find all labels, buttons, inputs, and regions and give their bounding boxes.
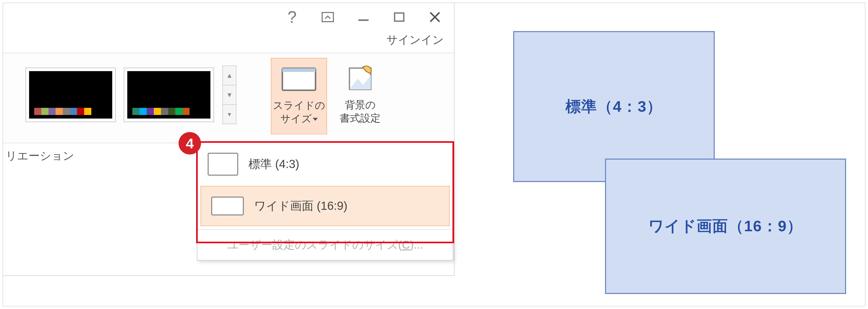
menu-item-label: 標準 (4:3) — [248, 156, 299, 172]
variant-thumb-2[interactable] — [124, 68, 214, 122]
shape-label: 標準（4：3） — [565, 96, 663, 117]
svg-rect-0 — [322, 12, 333, 22]
variants-gallery[interactable]: ▲ ▼ ▾ — [26, 62, 258, 128]
chevron-down-icon — [313, 118, 318, 121]
variants-group-label: リエーション — [6, 148, 74, 163]
aspect-4-3-icon — [208, 153, 238, 176]
svg-rect-2 — [395, 13, 404, 21]
menu-item-label: ワイド画面 (16:9) — [254, 198, 347, 214]
shape-label: ワイド画面（16：9） — [648, 216, 803, 237]
variant-thumb-1[interactable] — [26, 68, 115, 122]
close-icon[interactable] — [426, 8, 444, 26]
variant-palette-2 — [132, 108, 189, 115]
ribbon-collapse-icon[interactable] — [319, 8, 337, 26]
callout-marker-4: 4 — [179, 132, 201, 154]
powerpoint-window: ? サインイン — [3, 3, 455, 276]
slide-size-icon — [271, 61, 327, 97]
slide-size-dropdown: 標準 (4:3) ワイド画面 (16:9) ユーザー設定のスライドのサイズ(C)… — [197, 142, 453, 260]
minimize-icon[interactable] — [354, 8, 372, 26]
variant-palette-1 — [34, 108, 91, 115]
gallery-scroll-up-icon[interactable]: ▲ — [223, 66, 236, 85]
gallery-spinner[interactable]: ▲ ▼ ▾ — [222, 65, 237, 124]
gallery-scroll-down-icon[interactable]: ▼ — [223, 85, 236, 105]
slide-size-button[interactable]: スライドの サイズ — [271, 58, 327, 134]
figure-frame: ? サインイン — [3, 3, 865, 306]
aspect-ratio-diagram: 標準（4：3） ワイド画面（16：9） — [510, 31, 847, 286]
signin-link[interactable]: サインイン — [386, 32, 444, 48]
format-background-button[interactable]: 背景の 書式設定 — [332, 58, 388, 134]
format-background-icon — [332, 61, 388, 97]
shape-widescreen-16-9: ワイド画面（16：9） — [605, 159, 846, 294]
gallery-expand-icon[interactable]: ▾ — [223, 105, 236, 124]
restore-icon[interactable] — [390, 8, 408, 26]
menu-item-custom-slide-size[interactable]: ユーザー設定のスライドのサイズ(C)... — [197, 229, 453, 260]
menu-item-standard-4-3[interactable]: 標準 (4:3) — [197, 143, 453, 186]
title-bar-controls: ? — [283, 8, 444, 26]
menu-item-widescreen-16-9[interactable]: ワイド画面 (16:9) — [200, 186, 450, 226]
aspect-16-9-icon — [211, 196, 244, 215]
slide-size-label: スライドの サイズ — [271, 99, 327, 125]
help-icon[interactable]: ? — [283, 8, 301, 26]
svg-rect-6 — [282, 68, 315, 72]
format-background-label: 背景の 書式設定 — [332, 98, 388, 125]
